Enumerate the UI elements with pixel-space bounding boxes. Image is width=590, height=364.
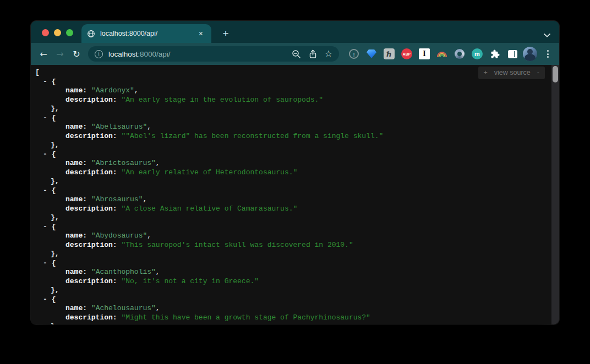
browser-toolbar: ← → ↻ i localhost:8000/api/ ☆ ! ℏ ABP <box>31 43 559 65</box>
scrollbar-thumb[interactable] <box>553 66 558 82</box>
extensions-puzzle-icon[interactable] <box>488 46 502 62</box>
address-bar[interactable]: i localhost:8000/api/ ☆ <box>88 46 339 62</box>
json-key-description: description: <box>65 205 117 213</box>
json-comma: , <box>147 231 151 240</box>
json-value-description: "Might this have been a growth stage of … <box>121 313 370 322</box>
json-line: }, <box>31 177 559 186</box>
json-key-name: name: <box>65 159 87 167</box>
minimize-window-button[interactable] <box>54 29 61 36</box>
scrollbar-track[interactable] <box>551 65 559 324</box>
profile-avatar[interactable] <box>523 46 537 62</box>
json-line: description: "Might this have been a gro… <box>31 313 559 323</box>
site-info-icon[interactable]: i <box>95 50 103 58</box>
extension-instapaper-icon[interactable]: I <box>417 46 431 62</box>
json-line: }, <box>31 104 559 114</box>
json-value-name: "Aardonyx" <box>91 86 134 95</box>
tab-search-chevron-icon[interactable] <box>544 34 550 37</box>
json-line: }, <box>31 322 559 324</box>
forward-button[interactable]: → <box>52 46 68 62</box>
collapse-toggle-icon[interactable]: - <box>43 78 47 86</box>
json-line: description: "No, it's not a city in Gre… <box>31 277 559 286</box>
json-line: name: "Abelisaurus", <box>31 123 559 132</box>
json-object-close: }, <box>51 286 59 294</box>
json-key-description: description: <box>65 132 117 140</box>
json-line: }, <box>31 250 559 259</box>
collapse-toggle-icon[interactable]: - <box>43 223 47 231</box>
collapse-toggle-icon[interactable]: - <box>43 186 47 195</box>
extension-rainbow-icon[interactable] <box>435 46 449 62</box>
tab-bar: localhost:8000/api/ × + <box>31 21 559 43</box>
back-button[interactable]: ← <box>35 46 52 62</box>
globe-favicon-icon <box>87 30 95 38</box>
json-object-close: }, <box>51 141 59 149</box>
tab-close-icon[interactable]: × <box>196 29 206 38</box>
json-object-open: { <box>52 150 56 158</box>
json-line: - { <box>31 295 559 305</box>
json-line: description: "A close Asian relative of … <box>31 205 559 214</box>
json-object-close: }, <box>51 250 59 258</box>
json-line: - { <box>31 186 559 196</box>
json-line: }, <box>31 286 559 295</box>
tab-title: localhost:8000/api/ <box>100 30 196 37</box>
json-object-open: { <box>52 114 56 122</box>
json-line: }, <box>31 141 559 150</box>
json-object-close: }, <box>51 322 59 324</box>
json-key-description: description: <box>65 96 117 104</box>
view-source-button[interactable]: view source <box>494 68 531 78</box>
json-object-close: }, <box>51 177 59 185</box>
json-value-name: "Abelisaurus" <box>91 123 147 131</box>
json-value-description: ""Abel's lizard" has been reconstructed … <box>121 132 383 140</box>
collapse-toggle-icon[interactable]: - <box>43 295 47 304</box>
json-comma: , <box>156 268 160 276</box>
json-object-close: }, <box>51 213 59 222</box>
json-comma: , <box>143 195 147 203</box>
json-array-open: [ <box>35 68 40 76</box>
side-panel-icon[interactable] <box>505 46 520 62</box>
json-key-description: description: <box>65 277 117 285</box>
json-value-description: "An early relative of Heterodontosaurus.… <box>121 168 297 177</box>
collapse-toggle-icon[interactable]: - <box>43 114 47 122</box>
new-tab-button[interactable]: + <box>218 26 233 41</box>
json-object-close: }, <box>51 104 59 113</box>
tab-localhost-api[interactable]: localhost:8000/api/ × <box>81 24 211 43</box>
browser-window: localhost:8000/api/ × + ← → ↻ i localhos… <box>31 21 559 324</box>
json-value-description: "This sauropod's intact skull was discov… <box>121 241 353 249</box>
reload-button[interactable]: ↻ <box>68 46 85 62</box>
extension-alert-icon[interactable]: ! <box>347 46 361 62</box>
close-window-button[interactable] <box>42 29 49 36</box>
zoom-level-icon[interactable] <box>292 49 301 59</box>
json-line: - { <box>31 114 559 123</box>
json-line: - { <box>31 150 559 159</box>
json-tree: [- {name: "Aardonyx",description: "An ea… <box>31 65 559 324</box>
json-line: name: "Achelousaurus", <box>31 304 559 313</box>
json-key-description: description: <box>65 313 117 322</box>
extension-gem-icon[interactable] <box>364 46 379 62</box>
collapse-toggle-icon[interactable]: - <box>43 150 47 158</box>
json-object-open: { <box>52 295 56 304</box>
json-value-description: "No, it's not a city in Greece." <box>121 277 259 285</box>
extension-icons: ! ℏ ABP I m <box>347 46 555 62</box>
json-line: name: "Aardonyx", <box>31 86 559 96</box>
extension-gray-icon[interactable]: ℏ <box>382 46 396 62</box>
json-line: description: ""Abel's lizard" has been r… <box>31 132 559 141</box>
share-icon[interactable] <box>309 49 317 59</box>
json-value-description: "A close Asian relative of Camarasaurus.… <box>121 205 297 213</box>
collapse-all-button[interactable]: - <box>537 68 539 78</box>
zoom-window-button[interactable] <box>66 29 73 36</box>
bookmark-star-icon[interactable]: ☆ <box>325 49 332 58</box>
extension-adblock-icon[interactable]: ABP <box>400 46 414 62</box>
menu-kebab-icon[interactable] <box>540 46 555 62</box>
json-value-name: "Abrosaurus" <box>91 195 143 203</box>
json-key-description: description: <box>65 241 117 249</box>
json-key-name: name: <box>65 268 87 276</box>
expand-all-button[interactable]: + <box>484 68 488 78</box>
json-key-description: description: <box>65 168 117 177</box>
json-comma: , <box>147 123 151 131</box>
json-line: }, <box>31 213 559 223</box>
collapse-toggle-icon[interactable]: - <box>43 259 47 267</box>
extension-donut-icon[interactable] <box>452 46 467 62</box>
extension-m-icon[interactable]: m <box>470 46 484 62</box>
json-object-open: { <box>52 259 56 267</box>
json-line: name: "Abydosaurus", <box>31 231 559 241</box>
json-comma: , <box>156 159 160 167</box>
